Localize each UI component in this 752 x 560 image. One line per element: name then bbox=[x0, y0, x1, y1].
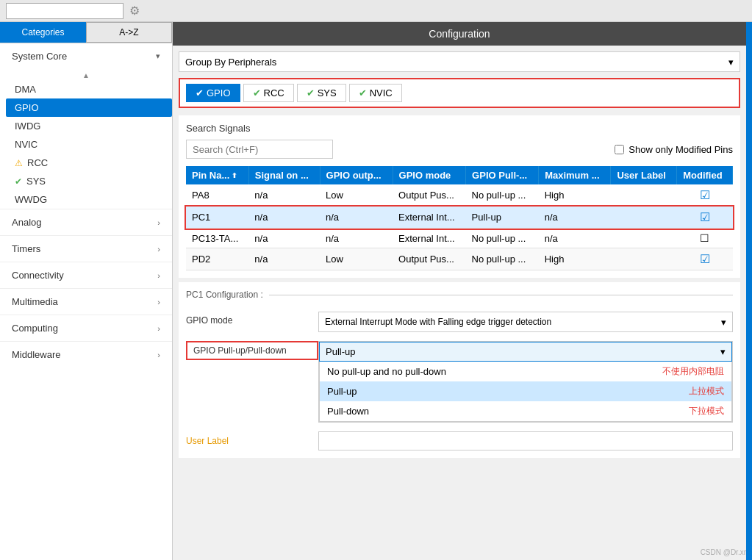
gpio-pull-label: GPIO Pull-up/Pull-down bbox=[186, 341, 318, 360]
chevron-right-icon-conn: › bbox=[157, 271, 160, 280]
signals-section: Search Signals Show only Modified Pins P… bbox=[179, 115, 740, 278]
sys-tab-check: ✔ bbox=[307, 87, 315, 98]
category-middleware[interactable]: Middleware › bbox=[0, 341, 172, 367]
category-computing-label: Computing bbox=[12, 323, 58, 334]
show-modified-checkbox[interactable] bbox=[615, 145, 624, 154]
category-system-core[interactable]: System Core ▾ bbox=[0, 43, 172, 69]
gpio-pull-dropdown-header[interactable]: Pull-up ▾ bbox=[319, 342, 732, 362]
tab-sys[interactable]: ✔ SYS bbox=[297, 84, 346, 102]
table-row[interactable]: PC1n/an/aExternal Int...Pull-upn/a☑ bbox=[186, 207, 733, 229]
chevron-right-icon-mw: › bbox=[157, 351, 160, 359]
option-pull-down-label: Pull-down bbox=[327, 406, 369, 417]
category-connectivity[interactable]: Connectivity › bbox=[0, 262, 172, 288]
settings-icon[interactable]: ⚙ bbox=[129, 4, 140, 18]
iwdg-label: IWDG bbox=[15, 121, 40, 132]
option-no-pull[interactable]: No pull-up and no pull-down 不使用内部电阻 bbox=[320, 362, 731, 381]
content-header: Configuration bbox=[173, 22, 746, 46]
gpio-mode-select-text: External Interrupt Mode with Falling edg… bbox=[325, 317, 551, 327]
gpio-pull-value-container: Pull-up ▾ No pull-up and no pull-down 不使… bbox=[318, 341, 733, 423]
gpio-mode-chevron: ▾ bbox=[721, 317, 726, 328]
sidebar-item-sys[interactable]: ✔ SYS bbox=[6, 172, 172, 190]
rcc-tab-label: RCC bbox=[264, 87, 284, 98]
category-multimedia-label: Multimedia bbox=[12, 296, 58, 307]
table-row[interactable]: PD2n/aLowOutput Pus...No pull-up ...High… bbox=[186, 248, 733, 270]
peripheral-tabs-container: ✔ GPIO ✔ RCC ✔ SYS ✔ NVIC bbox=[179, 78, 740, 108]
tab-categories[interactable]: Categories bbox=[0, 22, 86, 43]
category-analog[interactable]: Analog › bbox=[0, 209, 172, 235]
top-search-input[interactable] bbox=[6, 3, 123, 19]
sidebar-item-wwdg[interactable]: WWDG bbox=[6, 190, 172, 209]
group-by-label: Group By Peripherals bbox=[185, 57, 276, 68]
sys-tab-label: SYS bbox=[318, 87, 337, 98]
chevron-right-icon: › bbox=[157, 218, 160, 227]
sidebar-tabs: Categories A->Z bbox=[0, 22, 172, 43]
chevron-right-icon-mm: › bbox=[157, 298, 160, 306]
group-by-row: Group By Peripherals ▾ bbox=[179, 51, 740, 72]
category-computing[interactable]: Computing › bbox=[0, 315, 172, 341]
tab-rcc[interactable]: ✔ RCC bbox=[243, 84, 294, 102]
category-timers[interactable]: Timers › bbox=[0, 235, 172, 262]
watermark: CSDN @Dr.xr bbox=[701, 548, 746, 556]
gpio-mode-value-container: External Interrupt Mode with Falling edg… bbox=[318, 312, 733, 332]
category-connectivity-label: Connectivity bbox=[12, 270, 64, 281]
category-analog-label: Analog bbox=[12, 217, 41, 228]
dma-label: DMA bbox=[15, 84, 36, 95]
option-pull-down[interactable]: Pull-down 下拉模式 bbox=[320, 401, 731, 421]
gpio-mode-row: GPIO mode External Interrupt Mode with F… bbox=[186, 312, 733, 332]
category-timers-label: Timers bbox=[12, 243, 40, 254]
signals-search-input[interactable] bbox=[186, 140, 333, 159]
rcc-tab-check: ✔ bbox=[253, 87, 261, 98]
sidebar-item-dma[interactable]: DMA bbox=[6, 80, 172, 98]
tab-gpio-active[interactable]: ✔ GPIO bbox=[186, 84, 240, 102]
user-label-row: User Label bbox=[186, 431, 733, 450]
option-pull-up[interactable]: Pull-up 上拉模式 bbox=[320, 381, 731, 401]
sys-label: SYS bbox=[26, 176, 46, 187]
chevron-right-icon-timers: › bbox=[157, 245, 160, 254]
option-no-pull-note: 不使用内部电阻 bbox=[662, 365, 724, 378]
gpio-tab-label: GPIO bbox=[207, 87, 231, 98]
system-core-section: System Core ▾ ▲ DMA GPIO IWDG bbox=[0, 43, 172, 209]
check-icon: ✔ bbox=[15, 176, 22, 187]
sidebar-item-nvic[interactable]: NVIC bbox=[6, 135, 172, 154]
option-no-pull-label: No pull-up and no pull-down bbox=[327, 366, 446, 377]
sidebar-item-rcc[interactable]: ⚠ RCC bbox=[6, 154, 172, 172]
gpio-pull-selected-value: Pull-up bbox=[326, 346, 355, 357]
nvic-label: NVIC bbox=[15, 139, 37, 150]
table-row[interactable]: PA8n/aLowOutput Pus...No pull-up ...High… bbox=[186, 184, 733, 207]
system-core-items: DMA GPIO IWDG NVIC ⚠ RCC bbox=[0, 80, 172, 209]
group-by-select[interactable]: Group By Peripherals ▾ bbox=[179, 51, 740, 72]
show-modified-container: Show only Modified Pins bbox=[615, 144, 733, 155]
tab-atoz[interactable]: A->Z bbox=[86, 22, 172, 43]
nvic-tab-label: NVIC bbox=[370, 87, 393, 98]
sort-icon-pin: ⬆ bbox=[232, 172, 237, 179]
wwdg-label: WWDG bbox=[15, 194, 47, 205]
category-multimedia[interactable]: Multimedia › bbox=[0, 288, 172, 315]
top-bar: ⚙ bbox=[0, 0, 752, 22]
tab-nvic[interactable]: ✔ NVIC bbox=[349, 84, 402, 102]
pc1-config-section: PC1 Configuration : GPIO mode External I… bbox=[179, 282, 740, 458]
table-row[interactable]: PC13-TA...n/an/aExternal Int...No pull-u… bbox=[186, 229, 733, 248]
content-body: Group By Peripherals ▾ ✔ GPIO ✔ RCC bbox=[173, 46, 746, 560]
option-pull-down-note: 下拉模式 bbox=[689, 405, 724, 417]
modified-check: ☑ bbox=[700, 211, 710, 223]
resize-handle-right[interactable] bbox=[746, 22, 752, 560]
gpio-mode-select[interactable]: External Interrupt Mode with Falling edg… bbox=[318, 312, 733, 332]
th-maximum: Maximum ... bbox=[539, 166, 611, 184]
th-gpio-mode: GPIO mode bbox=[393, 166, 466, 184]
th-gpio-output: GPIO outp... bbox=[320, 166, 393, 184]
sidebar-item-iwdg[interactable]: IWDG bbox=[6, 117, 172, 135]
th-modified: Modified bbox=[677, 166, 733, 184]
content-area: Configuration Group By Peripherals ▾ ✔ G… bbox=[173, 22, 746, 560]
user-label-input[interactable] bbox=[318, 431, 733, 450]
th-gpio-pull: GPIO Pull-... bbox=[466, 166, 539, 184]
option-pull-up-note: 上拉模式 bbox=[689, 385, 724, 398]
sidebar-item-gpio[interactable]: GPIO bbox=[6, 98, 172, 117]
expand-collapse-arrow: ▲ bbox=[0, 69, 172, 80]
chevron-down-icon: ▾ bbox=[156, 51, 160, 61]
category-middleware-label: Middleware bbox=[12, 349, 60, 360]
th-signal: Signal on ... bbox=[248, 166, 320, 184]
signals-search-row: Show only Modified Pins bbox=[186, 140, 733, 159]
user-label-label: User Label bbox=[186, 436, 318, 446]
signals-title: Search Signals bbox=[186, 123, 733, 134]
warning-icon: ⚠ bbox=[15, 158, 23, 168]
